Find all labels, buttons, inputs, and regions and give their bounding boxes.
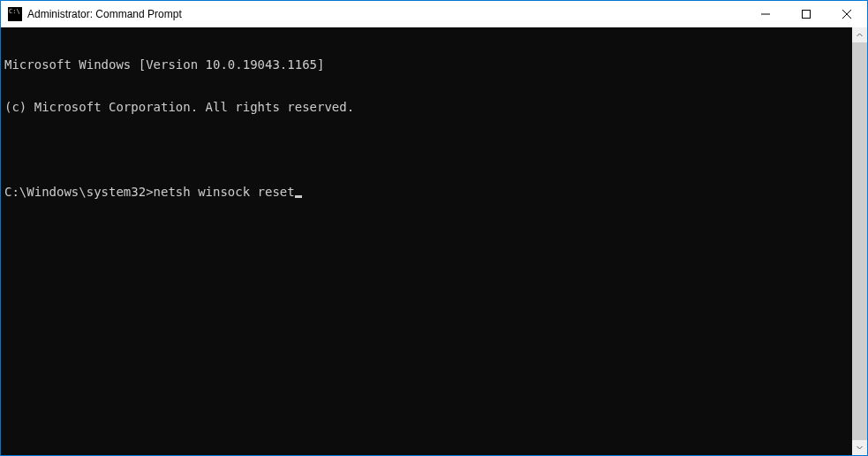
minimize-icon	[761, 10, 770, 19]
scrollbar-up-button[interactable]	[852, 27, 867, 42]
terminal-command: netsh winsock reset	[154, 185, 295, 199]
window-title: Administrator: Command Prompt	[27, 8, 745, 20]
terminal-blank-line	[4, 142, 849, 156]
scrollbar-thumb[interactable]	[852, 42, 867, 440]
scrollbar-down-button[interactable]	[852, 440, 867, 455]
titlebar[interactable]: Administrator: Command Prompt	[1, 1, 867, 27]
window-controls	[745, 1, 867, 27]
content-area: Microsoft Windows [Version 10.0.19043.11…	[1, 27, 867, 455]
close-icon	[842, 10, 851, 19]
terminal-output-line: Microsoft Windows [Version 10.0.19043.11…	[4, 57, 849, 72]
maximize-icon	[802, 10, 811, 19]
chevron-up-icon	[857, 32, 863, 38]
terminal-prompt: C:\Windows\system32>	[4, 185, 154, 199]
close-button[interactable]	[826, 1, 867, 27]
terminal-cursor	[295, 195, 302, 198]
terminal-prompt-line: C:\Windows\system32>netsh winsock reset	[4, 185, 849, 199]
scrollbar-track[interactable]	[852, 42, 867, 440]
maximize-button[interactable]	[786, 1, 826, 27]
chevron-down-icon	[857, 445, 863, 451]
minimize-button[interactable]	[745, 1, 786, 27]
svg-rect-1	[803, 11, 811, 19]
vertical-scrollbar[interactable]	[852, 27, 867, 455]
terminal-output-line: (c) Microsoft Corporation. All rights re…	[4, 100, 849, 114]
terminal[interactable]: Microsoft Windows [Version 10.0.19043.11…	[1, 27, 852, 455]
command-prompt-window: Administrator: Command Prompt Mic	[0, 0, 868, 456]
cmd-icon	[8, 7, 22, 21]
